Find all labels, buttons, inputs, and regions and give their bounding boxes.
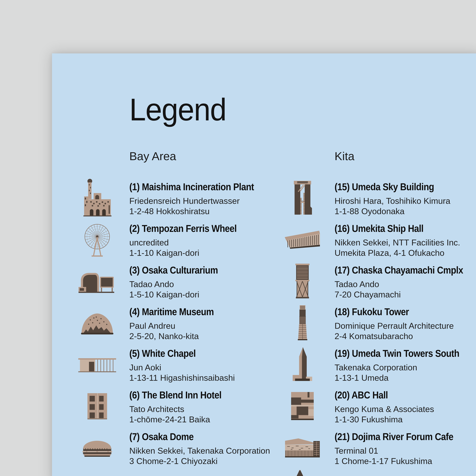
entry-title: (19) Umeda Twin Towers South: [335, 346, 459, 360]
entry-architect: Dominique Perrault Architecture: [335, 321, 454, 331]
maritime-museum-icon: [72, 311, 122, 335]
bay-area-entry-list: (1) Maishima Incineration PlantFriedensr…: [52, 177, 271, 469]
column-header-kita: Kita: [335, 150, 354, 162]
legend-entry: (5) White ChapelJun Aoki1-13-11 Higashis…: [52, 344, 271, 385]
entry-title: (4) Maritime Museum: [129, 305, 214, 319]
entry-address: 1-chōme-24-21 Baika: [129, 414, 234, 425]
legend-entry: (15) Umeda Sky BuildingHiroshi Hara, Tos…: [257, 177, 476, 219]
column-header-bay-area: Bay Area: [129, 150, 176, 162]
entry-address: 7-20 Chayamachi: [335, 289, 476, 300]
entry-text: (16) Umekita Ship HallNikken Sekkei, NTT…: [335, 221, 460, 258]
entry-text: (2) Tempozan Ferris Wheeluncredited1-1-1…: [129, 221, 251, 258]
entry-architect: Terminal 01: [335, 445, 469, 456]
umeda-sky-building-icon: [277, 180, 327, 216]
osaka-dome-icon: [72, 438, 122, 458]
entry-architect: Nikken Sekkei, NTT Facilities Inc.: [335, 237, 460, 248]
tempozan-ferris-wheel-icon: [72, 221, 122, 258]
entry-address: 3 Chome-2-1 Chiyozaki: [129, 456, 270, 466]
entry-text: (19) Umeda Twin Towers SouthTakenaka Cor…: [335, 346, 476, 383]
entry-architect: Takenaka Corporation: [335, 362, 476, 373]
partial-next-building-icon: [294, 470, 306, 476]
entry-title: (18) Fukoku Tower: [335, 305, 440, 319]
entry-title: (3) Osaka Culturarium: [129, 263, 218, 277]
entry-title: (16) Umekita Ship Hall: [335, 221, 445, 236]
legend-entry: (17) Chaska Chayamachi CmplxTadao Ando7-…: [257, 260, 476, 302]
legend-poster-page: Legend Bay Area (1) Maishima Incineratio…: [52, 53, 476, 476]
entry-text: (4) Maritime MuseumPaul Andreu2-5-20, Na…: [129, 305, 225, 341]
entry-address: 1-13-1 Umeda: [335, 373, 476, 383]
entry-architect: Hiroshi Hara, Toshihiko Kimura: [335, 196, 450, 206]
umeda-twin-towers-south-icon: [277, 346, 327, 383]
entry-title: (5) White Chapel: [129, 346, 222, 360]
entry-text: (7) Osaka DomeNikken Sekkei, Takenaka Co…: [129, 429, 270, 466]
legend-entry: (16) Umekita Ship HallNikken Sekkei, NTT…: [257, 219, 476, 260]
entry-address: 1-13-11 Higashishinsaibashi: [129, 373, 235, 383]
entry-text: (3) Osaka CulturariumTadao Ando1-5-10 Ka…: [129, 263, 230, 300]
entry-title: (20) ABC Hall: [335, 388, 422, 402]
entry-address: 1-2-48 Hokkoshiratsu: [129, 206, 271, 216]
column-bay-area: Bay Area (1) Maishima Incineration Plant…: [52, 53, 261, 476]
osaka-culturarium-icon: [72, 269, 122, 293]
entry-text: (6) The Blend Inn HotelTato Architects1-…: [129, 388, 234, 425]
entry-text: (21) Dojima River Forum CafeTerminal 011…: [335, 429, 469, 466]
entry-title: (15) Umeda Sky Building: [335, 180, 437, 194]
entry-architect: Nikken Sekkei, Takenaka Corporation: [129, 445, 270, 456]
entry-address: 1-1-10 Kaigan-dori: [129, 248, 251, 258]
entry-address: Umekita Plaza, 4-1 Ofukacho: [335, 248, 460, 258]
entry-architect: Kengo Kuma & Associates: [335, 404, 434, 414]
umekita-ship-hall-icon: [277, 229, 327, 250]
legend-entry: (3) Osaka CulturariumTadao Ando1-5-10 Ka…: [52, 260, 271, 302]
kita-entry-list: (15) Umeda Sky BuildingHiroshi Hara, Tos…: [257, 177, 476, 469]
legend-entry: (1) Maishima Incineration PlantFriedensr…: [52, 177, 271, 219]
blend-inn-hotel-icon: [72, 392, 122, 420]
entry-title: (1) Maishima Incineration Plant: [129, 180, 254, 194]
entry-architect: Tato Architects: [129, 404, 234, 414]
entry-address: 1-5-10 Kaigan-dori: [129, 289, 230, 300]
legend-entry: (7) Osaka DomeNikken Sekkei, Takenaka Co…: [52, 427, 271, 469]
entry-text: (18) Fukoku TowerDominique Perrault Arch…: [335, 305, 454, 341]
entry-address: 1 Chome-1-17 Fukushima: [335, 456, 469, 466]
legend-entry: (6) The Blend Inn HotelTato Architects1-…: [52, 385, 271, 427]
entry-architect: Friedensreich Hundertwasser: [129, 196, 271, 206]
entry-address: 1-1-88 Oyodonaka: [335, 206, 450, 216]
entry-architect: Tadao Ando: [335, 279, 476, 289]
chaska-chayamachi-complex-icon: [277, 263, 327, 299]
entry-address: 2-5-20, Nanko-kita: [129, 331, 225, 341]
fukoku-tower-icon: [277, 305, 327, 341]
entry-title: (7) Osaka Dome: [129, 429, 253, 444]
entry-text: (5) White ChapelJun Aoki1-13-11 Higashis…: [129, 346, 235, 383]
legend-entry: (2) Tempozan Ferris Wheeluncredited1-1-1…: [52, 219, 271, 260]
legend-entry: (4) Maritime MuseumPaul Andreu2-5-20, Na…: [52, 302, 271, 344]
entry-title: (21) Dojima River Forum Cafe: [335, 429, 453, 444]
maishima-incineration-plant-icon: [72, 178, 122, 218]
legend-entry: (20) ABC HallKengo Kuma & Associates1-1-…: [257, 385, 476, 427]
column-kita: Kita (15) Umeda Sky BuildingHiroshi Hara…: [257, 53, 467, 476]
entry-address: 1-1-30 Fukushima: [335, 414, 434, 425]
entry-text: (15) Umeda Sky BuildingHiroshi Hara, Tos…: [335, 180, 450, 216]
white-chapel-icon: [72, 356, 122, 374]
entry-title: (6) The Blend Inn Hotel: [129, 388, 221, 402]
legend-entry: (18) Fukoku TowerDominique Perrault Arch…: [257, 302, 476, 344]
entry-title: (2) Tempozan Ferris Wheel: [129, 221, 237, 236]
dojima-river-forum-cafe-icon: [277, 438, 327, 458]
legend-entry: (19) Umeda Twin Towers SouthTakenaka Cor…: [257, 344, 476, 385]
legend-entry: (21) Dojima River Forum CafeTerminal 011…: [257, 427, 476, 469]
entry-architect: Paul Andreu: [129, 321, 225, 331]
entry-text: (17) Chaska Chayamachi CmplxTadao Ando7-…: [335, 263, 476, 300]
entry-title: (17) Chaska Chayamachi Cmplx: [335, 263, 463, 277]
entry-architect: uncredited: [129, 237, 251, 248]
desktop-background: { "poster": { "title": "Legend", "colors…: [0, 0, 476, 476]
entry-address: 2-4 Komatsubaracho: [335, 331, 454, 341]
entry-text: (20) ABC HallKengo Kuma & Associates1-1-…: [335, 388, 434, 425]
entry-architect: Jun Aoki: [129, 362, 235, 373]
entry-text: (1) Maishima Incineration PlantFriedensr…: [129, 180, 271, 216]
abc-hall-icon: [277, 391, 327, 421]
entry-architect: Tadao Ando: [129, 279, 230, 289]
